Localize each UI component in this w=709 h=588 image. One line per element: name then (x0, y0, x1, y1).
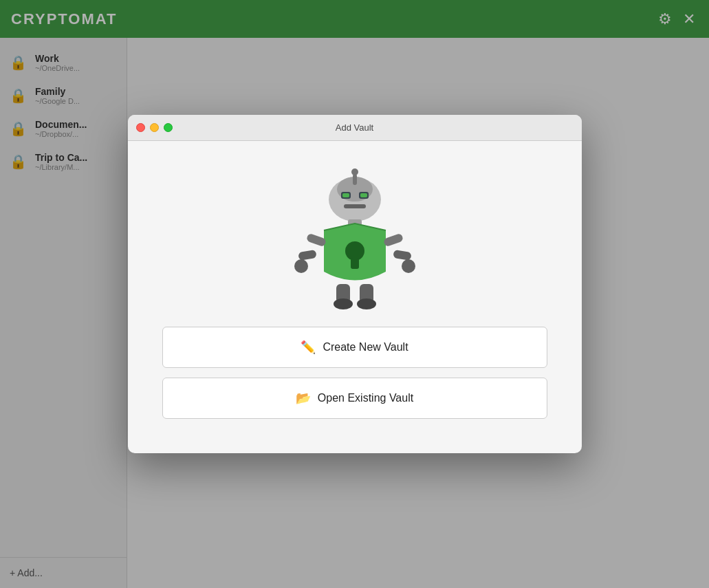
svg-rect-6 (342, 193, 349, 197)
svg-rect-7 (360, 193, 367, 197)
svg-point-10 (345, 241, 364, 261)
modal-body: ✏️ Create New Vault 📂 Open Existing Vaul… (128, 141, 582, 453)
modal-overlay: Add Vault (0, 0, 709, 588)
modal-title: Add Vault (336, 122, 373, 133)
window-controls (136, 123, 173, 132)
robot-mascot (286, 168, 424, 306)
window-minimize-button[interactable] (150, 123, 159, 132)
svg-rect-8 (344, 204, 366, 208)
modal-buttons: ✏️ Create New Vault 📂 Open Existing Vaul… (162, 327, 547, 419)
create-new-vault-label: Create New Vault (323, 341, 408, 353)
modal-titlebar: Add Vault (128, 115, 582, 141)
svg-rect-15 (382, 232, 403, 247)
add-vault-modal: Add Vault (128, 115, 582, 453)
window-close-button[interactable] (136, 123, 145, 132)
svg-rect-12 (305, 232, 326, 247)
svg-point-17 (402, 259, 415, 273)
create-vault-icon: ✏️ (301, 340, 316, 355)
open-vault-icon: 📂 (296, 391, 311, 406)
svg-rect-16 (393, 249, 412, 260)
svg-point-3 (351, 168, 358, 175)
svg-rect-2 (353, 174, 357, 185)
window-maximize-button[interactable] (164, 123, 173, 132)
svg-point-20 (334, 298, 353, 309)
open-existing-vault-label: Open Existing Vault (318, 392, 413, 404)
svg-point-14 (294, 259, 308, 273)
svg-rect-13 (298, 249, 317, 260)
open-existing-vault-button[interactable]: 📂 Open Existing Vault (162, 378, 547, 419)
create-new-vault-button[interactable]: ✏️ Create New Vault (162, 327, 547, 368)
svg-point-21 (357, 298, 376, 309)
svg-rect-11 (351, 258, 359, 269)
